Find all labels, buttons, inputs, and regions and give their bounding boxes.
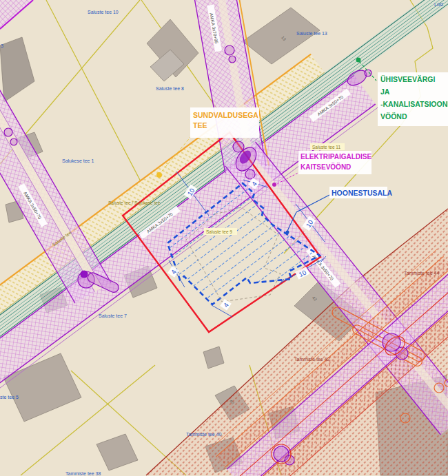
svg-text:Saluste tee 9: Saluste tee 9 [206,229,232,234]
sundvaldus-vertex-dot [156,172,162,178]
svg-text:-KANALISATSIOONI: -KANALISATSIOONI [380,100,448,108]
parcel-label: Saluste tee 8 [156,86,184,91]
zone-label-veevark: ÜHISVEEVÄRGI JA -KANALISATSIOONI VÖÖND [378,72,448,126]
svg-text:Saluste tee 11: Saluste tee 11 [312,145,340,149]
parcel-label: Saluste tee 10 [88,10,119,14]
svg-text:TEE: TEE [193,121,207,130]
plan-map-viewport[interactable]: AMKA 3x50+70 AMKA 3x50+70 AMKA 3x50+70 A… [0,0,448,476]
parcel-label: Tammiste tee 42 [294,357,329,362]
parcel-label: Lüst [434,2,443,7]
svg-text:ÜHISVEEVÄRGI: ÜHISVEEVÄRGI [380,75,435,83]
road-name-label: Saluste tee / Salukese tee [108,200,161,205]
parcel-label-highlighted: Saluste tee 11 [310,143,345,150]
zone-label-sundvaldusega-tee: SUNDVALDUSEGA TEE [190,107,259,138]
svg-text:JA: JA [380,87,390,96]
parcel-label: Saluste tee 13 [296,31,327,36]
parcel-label: Saluste tee 5 [0,395,19,400]
hoonestusala-dot [286,231,289,234]
svg-text:KAITSEVÖÖND: KAITSEVÖÖND [301,163,351,171]
svg-text:VÖÖND: VÖÖND [380,112,407,121]
parcel-label: Tammiste tee 38 [65,471,101,476]
parcel-label: Tammiste tee 44 [404,271,439,276]
svg-text:ELEKTRIPAIGALDISE: ELEKTRIPAIGALDISE [301,153,371,161]
parcel-label-highlighted: Saluste tee 9 [204,228,237,235]
parcel-label: 3 [1,43,3,48]
parcel-label: Salukese tee 1 [62,158,94,163]
detail-plan-map[interactable]: AMKA 3x50+70 AMKA 3x50+70 AMKA 3x50+70 A… [0,0,448,476]
zone-label-elekter: ELEKTRIPAIGALDISE KAITSEVÖÖND [298,151,371,174]
svg-text:SUNDVALDUSEGA: SUNDVALDUSEGA [193,111,258,119]
svg-text:HOONESTUSALA: HOONESTUSALA [332,189,393,197]
parcel-label: Tammiste tee 40 [186,432,221,437]
parcel-label: Saluste tee 7 [99,313,127,318]
water-zone-dot [356,58,361,63]
zone-label-hoonestusala: HOONESTUSALA [329,187,393,198]
